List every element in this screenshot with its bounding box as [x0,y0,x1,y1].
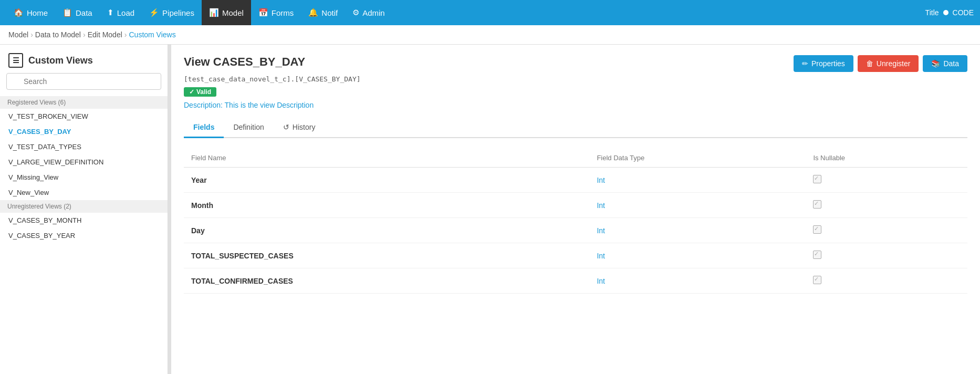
col-data-type: Field Data Type [589,149,806,168]
main-layout: ☰ Custom Views 🔍 Registered Views (6) V_… [0,45,980,374]
data-button[interactable]: 📚 Data [923,55,967,72]
breadcrumb-data-to-model[interactable]: Data to Model [35,30,81,39]
cell-data-type: Int [589,218,806,243]
fields-table: Field Name Field Data Type Is Nullable Y… [184,149,967,294]
nav-admin-label: Admin [362,8,385,17]
sidebar-header: ☰ Custom Views [0,45,168,73]
cell-field-name: Month [184,193,589,218]
properties-label: Properties [811,59,845,68]
list-item[interactable]: V_TEST_DATA_TYPES [0,139,168,154]
nav-load[interactable]: ⬆ Load [100,0,142,25]
home-icon: 🏠 [14,8,24,17]
nav-data[interactable]: 📋 Data [55,0,100,25]
nav-pipelines-label: Pipelines [162,8,194,17]
cell-nullable [806,243,967,268]
view-title-row: View CASES_BY_DAY ✏ Properties 🗑 Unregis… [184,55,967,72]
sidebar-icon: ☰ [8,53,23,68]
trash-icon: 🗑 [866,59,873,68]
unregistered-views-label: Unregistered Views (2) [0,200,168,213]
admin-icon: ⚙ [352,8,359,17]
tab-history-label: History [293,123,316,131]
nullable-checkbox [813,225,821,234]
load-icon: ⬆ [107,8,114,17]
nav-model-label: Model [222,8,244,17]
search-input[interactable] [6,73,161,90]
unregister-button[interactable]: 🗑 Unregister [858,55,919,72]
nav-forms[interactable]: 📅 Forms [251,0,301,25]
properties-button[interactable]: ✏ Properties [794,55,853,72]
status-text: Valid [196,88,211,96]
nullable-checkbox [813,200,821,209]
history-icon: ↺ [283,123,289,131]
schema-path: [test_case_data_novel_t_c].[V_CASES_BY_D… [184,75,967,83]
data-icon: 📋 [62,8,72,17]
data-icon: 📚 [931,59,940,68]
tab-definition-label: Definition [233,123,264,131]
table-row: Month Int [184,193,967,218]
breadcrumb-sep-3: › [124,30,127,39]
table-row: Day Int [184,218,967,243]
tab-history[interactable]: ↺ History [274,118,325,138]
title-dot [943,10,948,15]
list-item[interactable]: V_Missing_View [0,170,168,185]
resize-handle[interactable] [168,45,171,374]
unregistered-views-list: V_CASES_BY_MONTH V_CASES_BY_YEAR [0,213,168,243]
pipelines-icon: ⚡ [149,8,159,17]
list-item[interactable]: V_New_View [0,185,168,200]
cell-data-type: Int [589,193,806,218]
search-container: 🔍 [6,73,161,90]
nav-admin[interactable]: ⚙ Admin [345,0,392,25]
tabs-bar: Fields Definition ↺ History [184,118,967,138]
list-item[interactable]: V_TEST_BROKEN_VIEW [0,109,168,124]
sidebar: ☰ Custom Views 🔍 Registered Views (6) V_… [0,45,168,374]
cell-data-type: Int [589,268,806,294]
cell-nullable [806,193,967,218]
top-navigation: 🏠 Home 📋 Data ⬆ Load ⚡ Pipelines 📊 Model… [0,0,980,25]
breadcrumb-edit-model[interactable]: Edit Model [88,30,122,39]
breadcrumb-sep-1: › [30,30,33,39]
nav-model[interactable]: 📊 Model [202,0,251,25]
tab-fields[interactable]: Fields [184,118,224,138]
cell-field-name: Year [184,168,589,193]
forms-icon: 📅 [258,8,268,17]
cell-field-name: TOTAL_CONFIRMED_CASES [184,268,589,294]
main-content: View CASES_BY_DAY ✏ Properties 🗑 Unregis… [171,45,980,374]
breadcrumb: Model › Data to Model › Edit Model › Cus… [0,25,980,45]
cell-data-type: Int [589,168,806,193]
valid-badge: ✓ Valid [184,87,216,97]
cell-nullable [806,268,967,294]
notif-icon: 🔔 [308,8,318,17]
tab-definition[interactable]: Definition [224,118,273,138]
col-nullable: Is Nullable [806,149,967,168]
nav-notif-label: Notif [321,8,338,17]
nullable-checkbox [813,251,821,259]
action-buttons: ✏ Properties 🗑 Unregister 📚 Data [794,55,967,72]
sidebar-title: Custom Views [28,55,93,66]
code-label: CODE [953,8,974,17]
nullable-checkbox [813,276,821,284]
cell-field-name: TOTAL_SUSPECTED_CASES [184,243,589,268]
unregister-label: Unregister [877,59,911,68]
table-row: Year Int [184,168,967,193]
list-item[interactable]: V_CASES_BY_DAY [0,124,168,139]
title-code-area: Title CODE [925,8,974,17]
tab-fields-label: Fields [193,123,214,131]
view-description: Description: This is the view Descriptio… [184,101,967,109]
nav-forms-label: Forms [272,8,294,17]
list-item[interactable]: V_LARGE_VIEW_DEFINITION [0,154,168,170]
list-item[interactable]: V_CASES_BY_MONTH [0,213,168,228]
view-title: View CASES_BY_DAY [184,55,305,69]
table-row: TOTAL_SUSPECTED_CASES Int [184,243,967,268]
nav-home[interactable]: 🏠 Home [6,0,55,25]
nav-notif[interactable]: 🔔 Notif [301,0,345,25]
list-item[interactable]: V_CASES_BY_YEAR [0,228,168,243]
cell-data-type: Int [589,243,806,268]
title-label: Title [925,8,939,17]
nav-pipelines[interactable]: ⚡ Pipelines [142,0,202,25]
cell-nullable [806,218,967,243]
breadcrumb-sep-2: › [83,30,86,39]
cell-field-name: Day [184,218,589,243]
nav-data-label: Data [76,8,92,17]
breadcrumb-custom-views: Custom Views [129,30,175,39]
breadcrumb-model[interactable]: Model [8,30,28,39]
